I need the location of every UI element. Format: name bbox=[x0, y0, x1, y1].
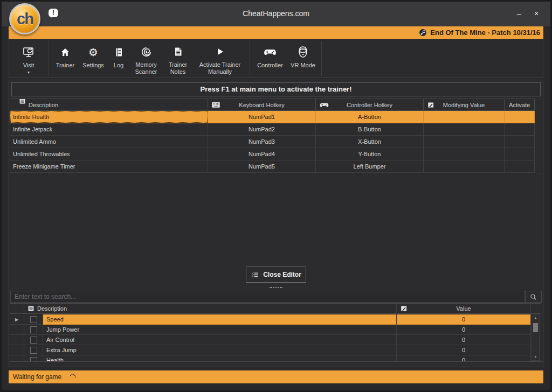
minimize-button[interactable]: – bbox=[512, 7, 527, 20]
close-button[interactable]: × bbox=[529, 7, 544, 20]
cheat-controller-cell[interactable]: B-Button bbox=[316, 123, 424, 136]
cheat-controller-cell[interactable]: A-Button bbox=[316, 111, 424, 123]
notification-bubble-icon[interactable]: ! bbox=[49, 9, 58, 17]
value-cell[interactable]: 0 bbox=[397, 314, 531, 325]
value-description-cell[interactable]: Air Control bbox=[43, 335, 397, 345]
edit-icon bbox=[400, 305, 408, 312]
cheat-table-gutter bbox=[535, 99, 542, 173]
close-editor-label: Close Editor bbox=[263, 271, 301, 278]
toolbar-button-activate-manually[interactable]: Activate Trainer Manually bbox=[193, 41, 247, 76]
cheat-activate-cell[interactable] bbox=[505, 123, 535, 136]
cheat-description-cell[interactable]: Infinite Health bbox=[10, 111, 208, 123]
value-table-scrollbar[interactable]: ▲ ▼ bbox=[532, 314, 540, 361]
app-window: CheatHappens.com – × ch ! End Of The Min… bbox=[0, 0, 552, 392]
cheat-activate-cell[interactable] bbox=[505, 160, 535, 173]
play-icon bbox=[215, 45, 225, 59]
cheat-modifying-value-cell[interactable] bbox=[424, 111, 505, 123]
cheat-modifying-value-cell[interactable] bbox=[424, 148, 505, 160]
column-header-label: Description bbox=[26, 102, 58, 108]
value-cell[interactable]: 0 bbox=[397, 325, 531, 335]
checkbox[interactable] bbox=[30, 347, 37, 354]
row-indicator-cell bbox=[10, 335, 24, 345]
checkbox[interactable] bbox=[30, 357, 37, 362]
cheat-keyboard-cell[interactable]: NumPad5 bbox=[208, 160, 316, 173]
toolbar-button-settings[interactable]: ⚙ Settings bbox=[79, 41, 108, 76]
cheat-description-cell[interactable]: Freeze Minigame Timer bbox=[10, 160, 208, 173]
cheat-keyboard-cell[interactable]: NumPad3 bbox=[208, 136, 316, 148]
cheat-keyboard-cell[interactable]: NumPad1 bbox=[208, 111, 316, 123]
cheat-activate-cell[interactable] bbox=[505, 148, 535, 160]
cheat-controller-cell[interactable]: X-Button bbox=[316, 136, 424, 148]
home-icon bbox=[60, 45, 71, 60]
keyboard-icon bbox=[211, 101, 220, 108]
close-editor-button[interactable]: Close Editor bbox=[246, 267, 306, 283]
toolbar-button-memory-scanner[interactable]: Memory Scanner bbox=[129, 41, 163, 76]
cheat-activate-cell[interactable] bbox=[505, 136, 535, 148]
toolbar-button-trainer[interactable]: Trainer bbox=[52, 41, 79, 76]
cheat-modifying-value-cell[interactable] bbox=[424, 136, 505, 148]
toolbar-button-log[interactable]: Log bbox=[108, 41, 129, 76]
checkbox-cell[interactable] bbox=[24, 335, 43, 345]
cheat-activate-cell[interactable] bbox=[505, 111, 535, 123]
column-header-description[interactable]: Description bbox=[10, 99, 208, 111]
column-header-controller-hotkey[interactable]: Controller Hotkey bbox=[316, 99, 424, 111]
toolbar-label: Controller bbox=[257, 62, 283, 69]
column-header-description[interactable]: Description bbox=[24, 303, 397, 314]
column-header-keyboard-hotkey[interactable]: Keyboard Hotkey bbox=[208, 99, 316, 111]
search-input[interactable] bbox=[10, 291, 525, 303]
gamepad-icon bbox=[319, 101, 329, 108]
toolbar-label: Log bbox=[114, 62, 123, 69]
column-header-label: Keyboard Hotkey bbox=[208, 102, 315, 108]
toolbar-button-controller[interactable]: Controller bbox=[253, 41, 287, 76]
checkbox[interactable] bbox=[30, 316, 37, 323]
toolbar-button-trainer-notes[interactable]: Trainer Notes bbox=[163, 41, 193, 76]
list-icon bbox=[18, 99, 26, 105]
checkbox-cell[interactable] bbox=[24, 314, 43, 325]
value-description-cell[interactable]: Speed bbox=[43, 314, 397, 325]
scroll-down-icon[interactable]: ▼ bbox=[532, 354, 539, 360]
checkbox-cell[interactable] bbox=[24, 345, 43, 355]
scroll-up-icon[interactable]: ▲ bbox=[532, 315, 539, 321]
log-icon bbox=[114, 45, 123, 60]
column-header-label: Modifying Value bbox=[424, 102, 504, 108]
list-icon bbox=[27, 305, 35, 312]
toolbar-label: Activate Trainer Manually bbox=[193, 61, 247, 76]
checkbox-cell[interactable] bbox=[24, 355, 43, 361]
value-description-cell[interactable]: Extra Jump bbox=[43, 345, 397, 355]
column-header-activate[interactable]: Activate bbox=[505, 99, 535, 111]
cheat-controller-cell[interactable]: Left Bumper bbox=[316, 160, 424, 173]
toolbar-label: VR Mode bbox=[291, 62, 315, 69]
cheat-keyboard-cell[interactable]: NumPad2 bbox=[208, 123, 316, 136]
checkbox[interactable] bbox=[30, 337, 37, 344]
splitter-handle[interactable] bbox=[270, 287, 282, 289]
cheat-keyboard-cell[interactable]: NumPad4 bbox=[208, 148, 316, 160]
column-header-value[interactable]: Value bbox=[397, 303, 531, 314]
value-row-health[interactable]: Health 0 bbox=[9, 355, 543, 361]
cheat-controller-cell[interactable]: Y-Button bbox=[316, 148, 424, 160]
cheat-description-cell[interactable]: Unlimited Ammo bbox=[10, 136, 208, 148]
value-row-speed[interactable]: ▶ Speed 0 bbox=[9, 314, 543, 325]
value-cell[interactable]: 0 bbox=[397, 335, 531, 345]
column-header-label: Description bbox=[35, 305, 67, 312]
value-cell[interactable]: 0 bbox=[397, 345, 531, 355]
value-row-extra-jump[interactable]: Extra Jump 0 bbox=[9, 345, 543, 355]
toolbar-button-visit[interactable]: Visit ▾ bbox=[11, 41, 46, 76]
scrollbar-thumb[interactable] bbox=[533, 323, 538, 332]
toolbar-button-vr-mode[interactable]: VR Mode bbox=[287, 41, 319, 76]
cheat-description-cell[interactable]: Unlimited Throwables bbox=[10, 148, 208, 160]
value-row-jump-power[interactable]: Jump Power 0 bbox=[9, 325, 543, 335]
window-title: CheatHappens.com bbox=[2, 9, 550, 18]
search-button[interactable] bbox=[525, 291, 542, 303]
trainer-notes-icon bbox=[173, 45, 183, 59]
cheathappens-logo[interactable]: ch bbox=[9, 3, 40, 34]
cheat-description-cell[interactable]: Infinite Jetpack bbox=[10, 123, 208, 136]
cheat-modifying-value-cell[interactable] bbox=[424, 123, 505, 136]
value-row-air-control[interactable]: Air Control 0 bbox=[9, 335, 543, 345]
checkbox-cell[interactable] bbox=[24, 325, 43, 335]
checkbox[interactable] bbox=[30, 326, 37, 333]
cheat-modifying-value-cell[interactable] bbox=[424, 160, 505, 173]
value-description-cell[interactable]: Jump Power bbox=[43, 325, 397, 335]
value-cell[interactable]: 0 bbox=[397, 355, 531, 361]
value-description-cell[interactable]: Health bbox=[43, 355, 397, 361]
column-header-modifying-value[interactable]: Modifying Value bbox=[424, 99, 505, 111]
